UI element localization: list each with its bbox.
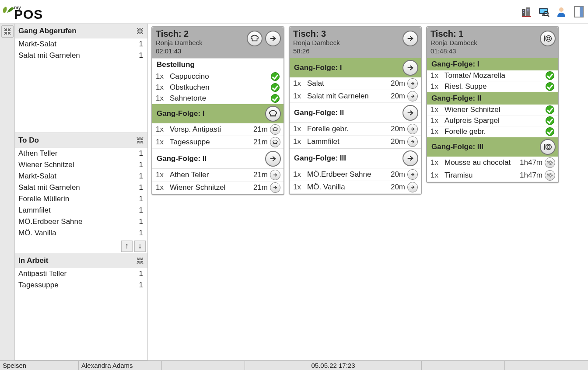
footer-empty2 (422, 361, 505, 370)
collapse-icon[interactable] (134, 25, 146, 37)
line-qty: 1x (430, 116, 444, 125)
order-line[interactable]: 1xObstkuchen (152, 82, 284, 93)
line-icon-wrap (407, 136, 418, 147)
panel-title: Gang Abgerufen (18, 27, 77, 35)
list-item[interactable]: MÖ.Erdbeer Sahne1 (15, 216, 147, 227)
order-line[interactable]: 1xLammfilet20m (290, 136, 421, 148)
plate-icon[interactable] (540, 139, 556, 155)
list-item[interactable]: Wiener Schnitzel1 (15, 159, 147, 171)
order-line[interactable]: 1xSalat20m (290, 77, 421, 90)
list-item[interactable]: Markt-Salat1 (15, 171, 147, 182)
arrow-icon[interactable] (270, 182, 280, 193)
order-line[interactable]: 1xTomate/ Mozarella (427, 70, 558, 81)
order-line[interactable]: 1xTagessuppe21m (152, 136, 284, 149)
arrow-icon[interactable] (265, 31, 281, 46)
list-item[interactable]: Markt-Salat1 (15, 38, 147, 50)
panel-icon[interactable] (572, 5, 585, 18)
arrow-icon[interactable] (407, 182, 418, 192)
order-line[interactable]: 1xRiesl. Suppe (427, 81, 558, 92)
section-label: Gang-Folge: I (431, 60, 480, 69)
list-item[interactable]: Tagessuppe1 (15, 279, 147, 291)
order-line[interactable]: 1xTiramisu1h47m (427, 169, 558, 182)
collapse-icon[interactable] (134, 255, 146, 266)
plate-icon[interactable] (545, 157, 555, 168)
arrow-icon[interactable] (402, 105, 418, 121)
svg-point-38 (547, 145, 550, 148)
order-line[interactable]: 1xWiener Schnitzel (427, 105, 558, 115)
arrow-icon[interactable] (270, 170, 280, 180)
line-name: Riesl. Suppe (444, 82, 520, 91)
line-time: 20m (382, 137, 407, 146)
order-line[interactable]: 1xSahnetorte (152, 93, 284, 104)
building-icon[interactable] (520, 5, 533, 18)
order-line[interactable]: 1xForelle gebr. (427, 126, 558, 137)
line-name: Wiener Schnitzel (170, 183, 245, 192)
line-time: 20m (382, 79, 407, 88)
list-item[interactable]: Athen Teller1 (15, 148, 147, 159)
svg-point-36 (547, 37, 550, 40)
item-count: 1 (139, 51, 143, 60)
item-count: 1 (139, 217, 143, 226)
item-count: 1 (139, 183, 143, 192)
arrow-icon[interactable] (407, 124, 418, 134)
order-line[interactable]: 1xMousse au chocolat1h47m (427, 157, 558, 169)
monitor-search-icon[interactable] (537, 5, 550, 18)
plate-icon[interactable] (540, 31, 556, 46)
arrow-icon[interactable] (402, 150, 418, 166)
order-line[interactable]: 1xAthen Teller21m (152, 169, 284, 182)
chef-icon[interactable] (265, 106, 281, 122)
order-line[interactable]: 1xVorsp. Antipasti21m (152, 123, 284, 136)
panel-title: To Do (18, 136, 39, 145)
order-line[interactable]: 1xCappuccino (152, 71, 284, 82)
chef-icon[interactable] (247, 31, 262, 46)
list-item[interactable]: Antipasti Teller1 (15, 268, 147, 279)
line-time: 1h47m (520, 158, 544, 167)
item-name: Salat mit Garnelen (18, 183, 80, 192)
arrow-icon[interactable] (402, 60, 418, 76)
collapse-all-icon[interactable] (1, 25, 14, 38)
arrow-icon[interactable] (407, 91, 418, 101)
line-icon-wrap (407, 91, 418, 101)
arrow-icon[interactable] (407, 78, 418, 89)
scroll-up-icon[interactable]: ↑ (121, 241, 133, 252)
item-name: Salat mit Garnelen (18, 51, 80, 60)
line-name: Salat mit Garnelen (307, 92, 382, 101)
topbar: my POS (0, 0, 588, 24)
arrow-icon[interactable] (265, 151, 281, 167)
user-icon[interactable] (555, 5, 568, 18)
chef-icon[interactable] (270, 137, 280, 147)
svg-line-13 (547, 15, 549, 17)
collapse-rail (0, 24, 15, 360)
list-item[interactable]: Salat mit Garnelen1 (15, 50, 147, 61)
order-line[interactable]: 1xWiener Schnitzel21m (152, 182, 284, 194)
line-name: Forelle gebr. (307, 125, 382, 133)
section-header: Gang-Folge: III (427, 137, 558, 157)
order-line[interactable]: 1xMÖ. Vanilla20m (290, 181, 421, 194)
section-header: Gang-Folge: I (152, 104, 284, 123)
list-item[interactable]: Forelle Müllerin1 (15, 193, 147, 205)
boards: Tisch: 2Ronja Dambeck02:01:43Bestellung1… (148, 24, 588, 360)
list-item[interactable]: Salat mit Garnelen1 (15, 182, 147, 193)
chef-icon[interactable] (270, 124, 280, 135)
list-item[interactable]: MÖ. Vanilla1 (15, 227, 147, 239)
section-header: Gang-Folge: II (152, 149, 284, 169)
check-icon (271, 94, 280, 103)
list-item[interactable]: Lammfilet1 (15, 205, 147, 216)
scroll-down-icon[interactable]: ↓ (134, 241, 146, 252)
order-line[interactable]: 1xForelle gebr.20m (290, 123, 421, 136)
arrow-icon[interactable] (407, 169, 418, 180)
collapse-icon[interactable] (134, 135, 146, 146)
line-icon-wrap (270, 124, 281, 135)
arrow-icon[interactable] (407, 136, 418, 147)
item-count: 1 (139, 206, 143, 215)
item-name: Athen Teller (18, 149, 57, 158)
order-line[interactable]: 1xSalat mit Garnelen20m (290, 90, 421, 103)
order-line[interactable]: 1xAufpreis Spargel (427, 115, 558, 126)
svg-rect-6 (527, 10, 528, 11)
sidebar: Gang Abgerufen Markt-Salat1Salat mit Gar… (15, 24, 148, 360)
order-line[interactable]: 1xMÖ.Erdbeer Sahne20m (290, 168, 421, 181)
arrow-icon[interactable] (402, 31, 418, 46)
plate-icon[interactable] (545, 170, 555, 181)
check-icon (271, 72, 280, 81)
item-name: Antipasti Teller (18, 269, 66, 278)
